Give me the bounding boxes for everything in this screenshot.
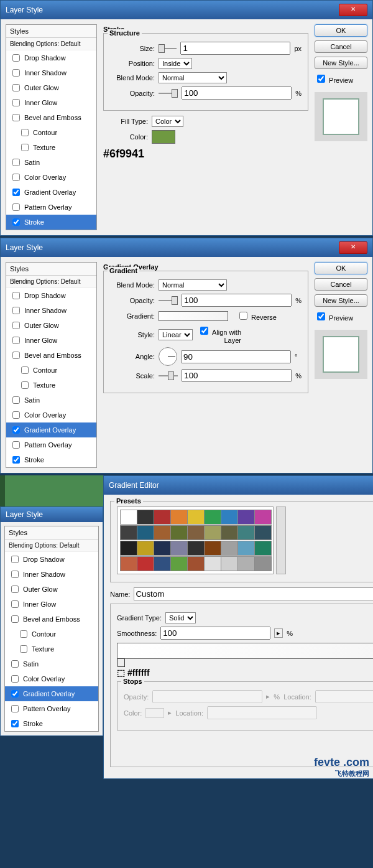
style-checkbox[interactable] (11, 586, 19, 593)
smooth-input[interactable] (160, 627, 270, 640)
opacity-slider[interactable] (159, 93, 178, 94)
scrollbar[interactable] (276, 506, 286, 574)
styles-header[interactable]: Styles (5, 526, 98, 539)
style-item-contour[interactable]: Contour (6, 363, 96, 378)
style-item-bevel-and-emboss[interactable]: Bevel and Emboss (6, 348, 96, 363)
preset-swatch[interactable] (254, 541, 272, 556)
style-checkbox[interactable] (12, 114, 20, 121)
angle-dial[interactable] (159, 347, 177, 366)
reverse-check[interactable]: Reverse (232, 310, 277, 322)
scale-slider[interactable] (159, 375, 178, 376)
style-checkbox[interactable] (21, 381, 29, 389)
style-item-bevel-and-emboss[interactable]: Bevel and Emboss (5, 612, 98, 627)
style-checkbox[interactable] (11, 690, 19, 698)
preset-swatch[interactable] (221, 525, 238, 540)
style-checkbox[interactable] (12, 426, 20, 434)
preset-swatch[interactable] (170, 510, 188, 525)
style-item-gradient-overlay[interactable]: Gradient Overlay (5, 686, 98, 701)
preset-swatch[interactable] (237, 525, 255, 540)
preset-swatch[interactable] (154, 556, 171, 571)
style-checkbox[interactable] (12, 54, 20, 62)
style-item-color-overlay[interactable]: Color Overlay (5, 671, 98, 686)
preset-swatch[interactable] (120, 510, 137, 525)
style-item-bevel-and-emboss[interactable]: Bevel and Emboss (6, 110, 96, 125)
style-item-satin[interactable]: Satin (6, 155, 96, 170)
style-item-inner-shadow[interactable]: Inner Shadow (6, 65, 96, 80)
preset-swatch[interactable] (170, 556, 188, 571)
style-checkbox[interactable] (12, 203, 20, 211)
preset-swatch[interactable] (204, 541, 221, 556)
style-item-outer-glow[interactable]: Outer Glow (6, 318, 96, 333)
style-item-outer-glow[interactable]: Outer Glow (5, 582, 98, 597)
style-item-gradient-overlay[interactable]: Gradient Overlay (6, 422, 96, 437)
ok-button[interactable]: OK (315, 24, 367, 37)
blend-select[interactable]: Normal (159, 72, 227, 83)
blending-options[interactable]: Blending Options: Default (5, 539, 98, 552)
style-checkbox[interactable] (12, 352, 20, 359)
preset-swatch[interactable] (221, 556, 238, 571)
preset-swatch[interactable] (137, 510, 154, 525)
styles-header[interactable]: Styles (6, 25, 96, 38)
position-select[interactable]: Inside (159, 58, 192, 69)
preset-swatch[interactable] (137, 525, 154, 540)
style-checkbox[interactable] (12, 159, 20, 166)
preset-swatch[interactable] (254, 556, 272, 571)
style-checkbox[interactable] (12, 307, 20, 314)
gtype-select[interactable]: Solid (165, 612, 196, 623)
style-item-stroke[interactable]: Stroke (6, 215, 96, 230)
preset-swatch[interactable] (170, 541, 188, 556)
preview-check[interactable]: Preview (315, 73, 367, 85)
style-checkbox[interactable] (12, 337, 20, 344)
filltype-select[interactable]: Color (152, 116, 183, 127)
preset-swatch[interactable] (237, 556, 255, 571)
style-item-inner-shadow[interactable]: Inner Shadow (5, 567, 98, 582)
style-item-satin[interactable]: Satin (6, 393, 96, 408)
preset-swatch[interactable] (154, 541, 171, 556)
style-item-drop-shadow[interactable]: Drop Shadow (5, 552, 98, 567)
style-checkbox[interactable] (11, 615, 19, 623)
style-item-contour[interactable]: Contour (6, 125, 96, 140)
style-item-gradient-overlay[interactable]: Gradient Overlay (6, 185, 96, 200)
style-checkbox[interactable] (12, 411, 20, 419)
style-checkbox[interactable] (12, 396, 20, 404)
style-checkbox[interactable] (21, 366, 29, 374)
style-checkbox[interactable] (12, 292, 20, 299)
style-item-inner-glow[interactable]: Inner Glow (6, 333, 96, 348)
blending-options[interactable]: Blending Options: Default (6, 276, 96, 288)
style-checkbox[interactable] (12, 218, 20, 226)
style-checkbox[interactable] (21, 129, 29, 136)
style-item-stroke[interactable]: Stroke (6, 452, 96, 467)
preset-swatch[interactable] (237, 510, 255, 525)
style-checkbox[interactable] (12, 174, 20, 181)
color-swatch[interactable] (152, 130, 175, 144)
style-checkbox[interactable] (12, 84, 20, 91)
opacity-slider[interactable] (159, 300, 178, 301)
style-checkbox[interactable] (21, 144, 29, 151)
gradient-bar[interactable] (117, 643, 373, 659)
cancel-button[interactable]: Cancel (315, 278, 367, 291)
style-checkbox[interactable] (12, 69, 20, 77)
preset-swatch[interactable] (154, 525, 171, 540)
style-item-pattern-overlay[interactable]: Pattern Overlay (6, 437, 96, 452)
style-item-outer-glow[interactable]: Outer Glow (6, 80, 96, 95)
preset-swatch[interactable] (120, 541, 137, 556)
style-checkbox[interactable] (11, 720, 19, 727)
preset-swatch[interactable] (120, 556, 137, 571)
opacity-input[interactable] (182, 294, 292, 307)
style-item-color-overlay[interactable]: Color Overlay (6, 408, 96, 422)
preset-swatch[interactable] (204, 556, 221, 571)
chevron-right-icon[interactable]: ▸ (274, 628, 283, 638)
preset-swatch[interactable] (187, 541, 205, 556)
style-checkbox[interactable] (12, 99, 20, 106)
preset-swatch[interactable] (187, 525, 205, 540)
close-icon[interactable]: ✕ (339, 4, 367, 16)
style-item-pattern-overlay[interactable]: Pattern Overlay (5, 701, 98, 716)
style-checkbox[interactable] (20, 630, 27, 638)
size-slider[interactable] (159, 48, 177, 49)
angle-input[interactable] (181, 350, 291, 363)
style-checkbox[interactable] (12, 441, 20, 449)
style-checkbox[interactable] (20, 645, 27, 653)
style-item-texture[interactable]: Texture (6, 378, 96, 393)
style-item-contour[interactable]: Contour (5, 627, 98, 642)
preset-swatch[interactable] (204, 510, 221, 525)
